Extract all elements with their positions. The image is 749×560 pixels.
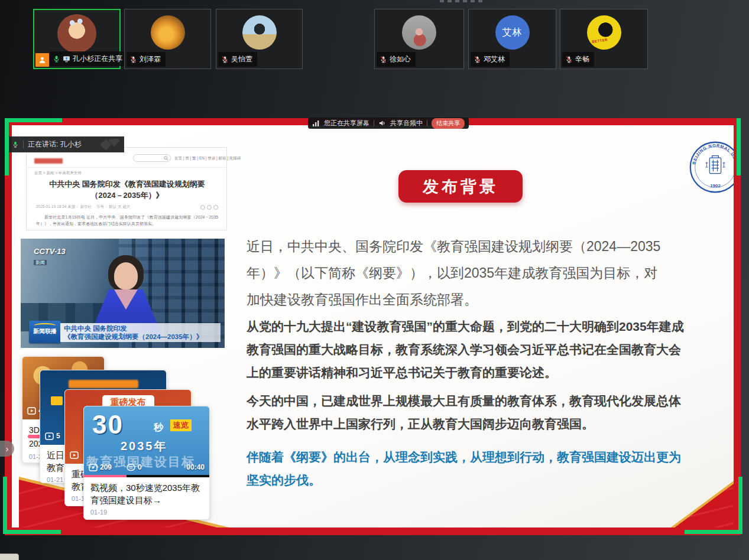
slide-content: 发布背景 BEIJING NORMAL UNIVERSITY — [12, 125, 734, 528]
view-count — [70, 451, 79, 459]
article-date-source: 2025-01-19 18:34 来源： 新华社 — [36, 204, 92, 210]
minimized-window-corner[interactable] — [0, 554, 19, 560]
mic-muted-icon — [380, 56, 387, 63]
article-meta: 2025-01-19 18:34 来源： 新华社 字号： 默认 大 超大 — [36, 204, 218, 210]
thumb-year: 2035年 — [121, 438, 168, 454]
search-icon — [164, 156, 168, 161]
slide-paragraph-outlook: 伴随着《纲要》的出台，从理念到实践，从理想到行动，教育强国建设迈出更为坚实的步伐… — [247, 445, 689, 491]
play-count-icon — [89, 464, 98, 471]
participant-tile[interactable]: 吴怡萱 — [216, 9, 303, 69]
participant-tile[interactable]: 刘泽霖 — [124, 9, 211, 69]
decor-green-bracket — [3, 477, 7, 534]
avatar — [402, 15, 436, 50]
participant-name: 徐如心 — [390, 54, 411, 64]
thumb-badge: 速览 — [170, 419, 192, 431]
article-body-snippet: 新华社北京1月19日电 近日，中共中央、国务院印发了《教育强国建设规划纲要（20… — [36, 214, 218, 227]
participant-name: 刘泽霖 — [140, 54, 161, 64]
view-count: 5 — [45, 432, 60, 440]
participant-name: 孔小杉正在共享 — [73, 54, 122, 64]
screen-share-icon — [63, 55, 70, 63]
mic-active-icon — [53, 55, 60, 63]
avatar-caption: BETTER — [591, 38, 608, 44]
participant-tile[interactable]: 徐如心 — [374, 9, 464, 69]
article-font-size-options: 字号： 默认 大 超大 — [96, 204, 130, 210]
video-thumbnail: 30 秒 速览 2035年 教育强国建设目标 209 0 00:40 — [84, 406, 209, 477]
decor-green-bracket — [5, 118, 9, 175]
participant-name-pill: 辛畅 — [562, 52, 594, 67]
breadcrumb: 首页 > 新闻 > 中央有关文件 — [34, 171, 82, 176]
participant-tile[interactable]: BETTER 辛畅 — [560, 9, 648, 69]
decor-green-bracket — [3, 530, 61, 534]
speaker-icon — [378, 119, 386, 127]
participant-name: 吴怡萱 — [231, 54, 252, 64]
participant-tile-active-speaker[interactable]: 孔小杉正在共享 — [33, 9, 121, 69]
article-headline: 中共中央 国务院印发《教育强国建设规划纲要（2024－2035年）》 — [37, 178, 217, 201]
gov-site-nav: 首页 | 简 | 繁 | EN | 登录 | 邮箱 | 无障碍 — [174, 156, 241, 161]
avatar-initials: 艾林 — [502, 27, 523, 39]
progress-bar — [84, 475, 209, 477]
sharing-status-label: 您正在共享屏幕 — [324, 119, 369, 128]
decor-green-bracket — [737, 118, 741, 175]
thumb-unit: 秒 — [154, 422, 163, 434]
speaking-label: 正在讲话: 孔小杉 — [28, 139, 82, 149]
xinwen-lianbo-logo: 新闻联播 — [29, 321, 61, 343]
mic-muted-icon — [221, 56, 229, 63]
mic-muted-icon — [474, 56, 481, 63]
video-duration: 00:40 — [186, 463, 205, 471]
speaking-indicator: 正在讲话: 孔小杉 — [7, 136, 124, 152]
slide-paragraph-today: 今天的中国，已建成世界上规模最大且有质量的教育体系，教育现代化发展总体水平跨入世… — [247, 389, 689, 435]
comment-count: 0 — [127, 463, 142, 471]
avatar — [57, 14, 96, 53]
slide-paragraph-intro: 近日，中共中央、国务院印发《教育强国建设规划纲要（2024—2035年）》（以下… — [247, 233, 664, 313]
feed-date: 01-19 — [84, 506, 209, 516]
person-icon — [38, 56, 46, 64]
participant-name-pill: 孔小杉正在共享 — [50, 51, 127, 66]
avatar: 艾林 — [495, 15, 530, 50]
mic-muted-icon — [565, 56, 573, 63]
thumb-number: 30 — [92, 410, 124, 439]
clipped-top-text — [440, 0, 486, 2]
audio-share-status-label: 共享音频中 — [390, 119, 423, 128]
divider — [23, 141, 24, 148]
signal-bars-icon — [312, 120, 320, 127]
shared-screen-slide: 发布背景 BEIJING NORMAL UNIVERSITY — [5, 118, 741, 535]
cctv-channel-logo: CCTV-13 新闻 — [34, 247, 66, 266]
meeting-window: 孔小杉正在共享 刘泽霖 — [0, 0, 749, 560]
view-count: 209 — [89, 463, 112, 471]
feed-caption: 戳视频，30秒速览2035年教育强国建设目标→ — [84, 477, 209, 506]
play-count-icon — [45, 432, 54, 440]
thumb-emblem — [51, 396, 63, 405]
feed-card: 30 秒 速览 2035年 教育强国建设目标 209 0 00:40 — [83, 406, 210, 520]
participant-name-pill: 邓艾林 — [471, 52, 510, 67]
cctv-news-card: CCTV-13 新闻 新闻联播 中共中央 国务院印发 《教育强国建设规划纲要（2… — [21, 239, 225, 348]
mic-active-icon — [12, 141, 19, 148]
participant-tile[interactable]: 艾林 邓艾林 — [468, 9, 556, 69]
avatar — [151, 15, 185, 50]
avatar: BETTER — [587, 15, 621, 50]
stop-share-button[interactable]: 结束共享 — [432, 118, 465, 129]
share-toolbar: 您正在共享屏幕 共享音频中 结束共享 — [308, 118, 469, 129]
decor-green-bracket — [738, 477, 742, 534]
slide-title-chip: 发布背景 — [398, 170, 523, 203]
decor-green-bracket — [5, 118, 62, 122]
divider — [27, 167, 226, 168]
host-badge-icon — [35, 53, 49, 67]
play-count-icon — [70, 451, 79, 459]
gov-site-logo — [34, 158, 63, 164]
divider — [427, 120, 427, 126]
blurred-thumb-title — [69, 380, 138, 388]
play-count-icon — [27, 407, 36, 415]
search-box — [133, 154, 171, 162]
news-ticker: 中共中央 国务院印发 《教育强国建设规划纲要（2024—2035年）》 — [60, 323, 221, 342]
avatar — [242, 15, 277, 50]
share-icons — [200, 205, 218, 210]
participant-name-pill: 吴怡萱 — [218, 52, 257, 67]
gov-article-card: 首页 | 简 | 繁 | EN | 登录 | 邮箱 | 无障碍 首页 > 新闻 … — [26, 147, 227, 230]
participant-name: 邓艾林 — [484, 54, 505, 64]
decor-green-bracket — [685, 530, 742, 534]
diamond-decor — [100, 139, 121, 150]
bnu-university-seal-logo: BEIJING NORMAL UNIVERSITY 1902 — [689, 141, 734, 193]
participant-name: 辛畅 — [575, 54, 589, 64]
slide-paragraph-strategy: 从党的十九大提出“建设教育强国”的重大命题，到党的二十大明确到2035年建成教育… — [247, 315, 689, 384]
mic-muted-icon — [129, 56, 137, 63]
